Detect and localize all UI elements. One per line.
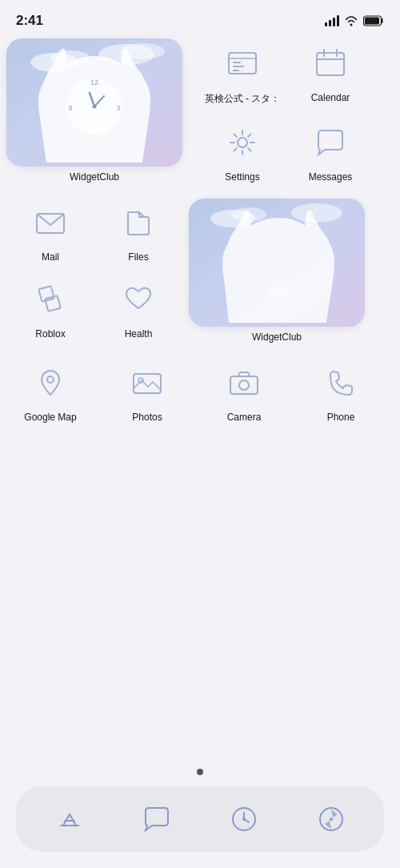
messages-icon xyxy=(306,119,354,167)
roblox-app[interactable]: Roblox xyxy=(6,275,94,340)
svg-rect-27 xyxy=(310,123,350,163)
row1-right-apps: 英検公式 - スタ： Calendar xyxy=(198,39,374,183)
dock-clock[interactable] xyxy=(220,795,268,843)
widget-club-1-block[interactable]: 12 3 9 WidgetClub xyxy=(6,38,182,183)
svg-rect-21 xyxy=(317,53,344,75)
google-map-icon xyxy=(26,359,74,407)
calendar-icon xyxy=(306,39,354,87)
google-map-label: Google Map xyxy=(24,412,76,423)
svg-point-40 xyxy=(47,376,54,383)
svg-text:9: 9 xyxy=(68,104,72,112)
widget-club-2-block[interactable]: WidgetClub xyxy=(189,199,365,343)
row2-small-grid: Mail Files xyxy=(6,199,182,340)
dock-safari-icon xyxy=(317,805,346,834)
photos-label: Photos xyxy=(132,412,162,423)
dock-messages-icon xyxy=(142,805,171,834)
svg-rect-30 xyxy=(118,203,158,243)
mail-label: Mail xyxy=(42,251,59,263)
widget-club-2-widget[interactable] xyxy=(189,199,365,327)
svg-rect-34 xyxy=(118,279,158,319)
eiken-label: 英検公式 - スタ： xyxy=(205,92,281,106)
svg-rect-19 xyxy=(233,70,239,71)
status-icons xyxy=(325,15,384,26)
camera-label: Camera xyxy=(227,412,262,423)
svg-point-38 xyxy=(291,203,342,223)
photos-app[interactable]: Photos xyxy=(103,359,191,423)
files-label: Files xyxy=(128,251,148,263)
widget-club-1-label: WidgetClub xyxy=(70,171,119,183)
appstore-icon xyxy=(55,805,84,834)
wifi-icon xyxy=(344,15,358,26)
svg-rect-1 xyxy=(365,18,379,25)
phone-app[interactable]: Phone xyxy=(297,359,385,423)
svg-point-48 xyxy=(55,805,84,834)
health-label: Health xyxy=(125,328,153,340)
settings-label: Settings xyxy=(225,171,259,183)
google-map-app[interactable]: Google Map xyxy=(6,359,94,423)
eiken-icon xyxy=(218,39,266,87)
files-app[interactable]: Files xyxy=(94,199,182,263)
svg-rect-45 xyxy=(230,376,258,394)
svg-rect-25 xyxy=(222,123,262,163)
svg-rect-17 xyxy=(233,62,241,63)
dock-safari[interactable] xyxy=(307,795,355,843)
phone-icon xyxy=(317,359,365,407)
dock-messages[interactable] xyxy=(133,795,181,843)
settings-icon xyxy=(218,119,266,167)
health-app[interactable]: Health xyxy=(94,275,182,340)
health-icon xyxy=(114,275,162,323)
widget-club-2-label: WidgetClub xyxy=(252,332,302,343)
svg-text:3: 3 xyxy=(116,104,120,112)
phone-label: Phone xyxy=(327,412,355,423)
row2-left-apps: Mail Files xyxy=(6,199,182,340)
page-dot-active xyxy=(197,769,203,775)
row3-icons: Google Map Photos xyxy=(6,359,394,423)
row3: Google Map Photos xyxy=(6,359,394,423)
svg-point-54 xyxy=(242,818,246,821)
svg-point-56 xyxy=(330,818,333,821)
svg-point-13 xyxy=(93,105,97,109)
signal-bars-icon xyxy=(325,15,339,26)
mail-app[interactable]: Mail xyxy=(6,199,94,263)
page-indicator xyxy=(0,769,400,775)
calendar-app[interactable]: Calendar xyxy=(286,39,374,106)
calendar-label: Calendar xyxy=(311,92,350,103)
svg-point-46 xyxy=(239,380,249,390)
dock xyxy=(16,786,384,852)
dock-clock-icon xyxy=(230,805,258,834)
svg-text:12: 12 xyxy=(90,78,98,86)
svg-point-26 xyxy=(238,138,247,147)
eiken-app[interactable]: 英検公式 - スタ： xyxy=(198,39,286,106)
row2: Mail Files xyxy=(6,199,394,343)
dock-appstore[interactable] xyxy=(46,795,94,843)
roblox-label: Roblox xyxy=(35,328,65,340)
roblox-icon xyxy=(26,275,74,323)
svg-rect-18 xyxy=(233,66,244,67)
widget-cat-svg: 12 3 9 xyxy=(6,38,182,167)
top-right-grid: 英検公式 - スタ： Calendar xyxy=(198,39,374,183)
camera-app[interactable]: Camera xyxy=(200,359,288,423)
mail-icon xyxy=(26,199,74,247)
widget-club-1-widget[interactable]: 12 3 9 xyxy=(6,38,182,167)
messages-label: Messages xyxy=(309,171,353,183)
battery-icon xyxy=(363,15,384,26)
svg-rect-47 xyxy=(321,363,361,403)
camera-icon xyxy=(220,359,268,407)
photos-icon xyxy=(123,359,171,407)
status-time: 2:41 xyxy=(16,13,43,29)
status-bar: 2:41 xyxy=(0,0,400,38)
home-screen: 12 3 9 WidgetClub xyxy=(0,38,400,423)
messages-app[interactable]: Messages xyxy=(286,119,374,183)
files-icon xyxy=(114,199,162,247)
settings-app[interactable]: Settings xyxy=(198,119,286,183)
widget-cat-svg-2 xyxy=(189,199,365,327)
row1: 12 3 9 WidgetClub xyxy=(6,38,394,183)
